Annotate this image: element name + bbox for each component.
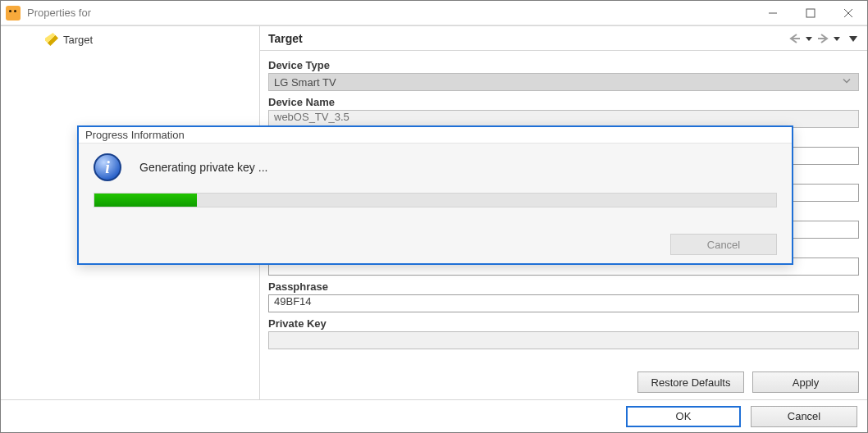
view-menu-button[interactable]	[847, 32, 859, 45]
nav-item-label: Target	[63, 34, 93, 46]
page-title: Target	[268, 32, 303, 45]
main-header: Target	[260, 26, 867, 51]
restore-defaults-button[interactable]: Restore Defaults	[637, 371, 744, 393]
info-icon: i	[94, 153, 121, 181]
label-device-type: Device Type	[268, 59, 859, 71]
dialog-buttons: Cancel	[94, 234, 777, 255]
properties-window: Properties for Target Target	[0, 0, 868, 433]
nav-item-target[interactable]: Target	[42, 31, 218, 48]
maximize-button[interactable]	[792, 1, 829, 25]
minimize-button[interactable]	[754, 1, 792, 25]
passphrase-value: 49BF14	[274, 295, 312, 308]
chevron-down-icon	[842, 76, 852, 89]
ok-button[interactable]: OK	[626, 406, 741, 427]
close-button[interactable]	[829, 1, 867, 25]
dialog-title: Progress Information	[79, 127, 792, 144]
titlebar: Properties for	[1, 1, 867, 25]
private-key-field	[268, 331, 859, 349]
window-title: Properties for	[27, 7, 91, 19]
svg-rect-1	[806, 9, 815, 17]
label-passphrase: Passphrase	[268, 280, 859, 293]
forward-dropdown[interactable]	[833, 32, 841, 45]
device-type-combo[interactable]: LG Smart TV	[268, 73, 859, 91]
app-icon	[6, 6, 21, 21]
dialog-cancel-button[interactable]: Cancel	[670, 234, 777, 255]
pencil-icon	[45, 33, 58, 46]
form-buttons: Restore Defaults Apply	[268, 363, 859, 393]
dialog-body: i Generating private key ... Cancel	[79, 144, 792, 263]
apply-button[interactable]: Apply	[752, 371, 859, 393]
back-button[interactable]	[787, 32, 803, 45]
progress-bar	[94, 193, 777, 207]
header-toolbar	[787, 32, 859, 45]
window-controls	[754, 1, 867, 25]
passphrase-field[interactable]: 49BF14	[268, 294, 859, 312]
svg-marker-5	[834, 37, 840, 41]
progress-dialog: Progress Information i Generating privat…	[77, 125, 793, 265]
svg-marker-4	[806, 37, 812, 41]
cancel-button[interactable]: Cancel	[751, 406, 857, 427]
progress-bar-fill	[94, 194, 197, 207]
forward-button[interactable]	[815, 32, 831, 45]
device-type-value: LG Smart TV	[274, 76, 336, 89]
device-name-value: webOS_TV_3.5	[274, 111, 349, 123]
label-device-name: Device Name	[268, 96, 859, 108]
dialog-message-row: i Generating private key ...	[94, 153, 777, 181]
label-private-key: Private Key	[268, 317, 859, 330]
dialog-message: Generating private key ...	[139, 161, 267, 174]
footer: OK Cancel	[1, 399, 867, 432]
back-dropdown[interactable]	[805, 32, 813, 45]
svg-marker-6	[849, 36, 857, 42]
